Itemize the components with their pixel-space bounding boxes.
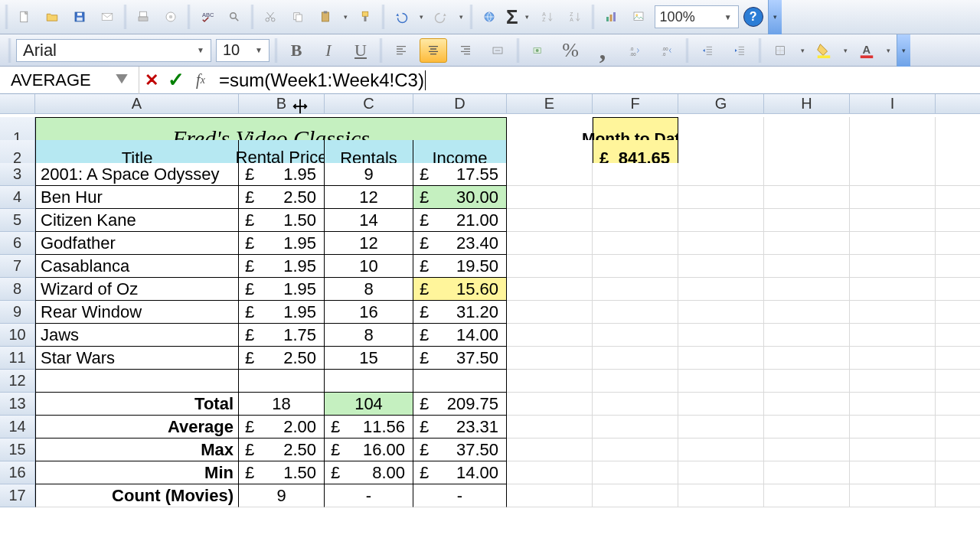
data-title[interactable]: Casablanca [35,255,239,278]
row-header-5[interactable]: 5 [0,209,35,232]
cell[interactable] [593,416,678,439]
column-header-I[interactable]: I [850,94,936,114]
toolbar-overflow-button[interactable]: ▾ [897,34,910,67]
data-title[interactable]: Star Wars [35,347,239,370]
data-income[interactable]: £21.00 [413,209,507,232]
cell[interactable] [850,324,936,347]
data-rentals[interactable]: 10 [325,255,413,278]
help-button[interactable]: ? [743,7,763,27]
cell[interactable] [678,278,764,301]
stats-max-b[interactable]: £2.50 [239,439,325,461]
column-header-E[interactable]: E [507,94,593,114]
cell[interactable] [936,232,980,255]
data-rentals[interactable]: 12 [325,232,413,255]
row-header-14[interactable]: 14 [0,416,35,439]
row-header-17[interactable]: 17 [0,484,35,507]
open-button[interactable] [41,4,64,30]
data-rentals[interactable]: 8 [325,324,413,347]
data-price[interactable]: £1.75 [239,324,325,347]
stats-min-c[interactable]: £8.00 [325,461,413,484]
cell[interactable] [936,484,980,507]
cell[interactable] [593,278,678,301]
data-title[interactable]: Ben Hur [35,186,239,209]
data-income[interactable]: £19.50 [413,255,507,278]
data-price[interactable]: £1.95 [239,301,325,324]
cell[interactable] [764,439,850,461]
hyperlink-button[interactable] [478,4,501,30]
row-header-6[interactable]: 6 [0,232,35,255]
cell[interactable] [507,484,593,507]
cell[interactable] [936,186,980,209]
cell[interactable] [764,347,850,370]
cell[interactable] [850,232,936,255]
data-title[interactable]: 2001: A Space Odyssey [35,163,239,186]
cell[interactable] [850,416,936,439]
decrease-indent-button[interactable] [694,38,721,63]
stats-total-label[interactable]: Total [35,393,239,416]
increase-indent-button[interactable] [726,38,753,63]
stats-min-label[interactable]: Min [35,461,239,484]
cell[interactable] [764,393,850,416]
bold-button[interactable]: B [283,38,310,63]
cell[interactable] [678,461,764,484]
column-header-A[interactable]: A [35,94,239,114]
cell[interactable] [936,347,980,370]
cell[interactable] [764,255,850,278]
cell[interactable] [507,393,593,416]
new-doc-button[interactable] [13,4,36,30]
currency-button[interactable] [524,38,552,63]
data-price[interactable]: £2.50 [239,186,325,209]
cell[interactable] [507,301,593,324]
cell[interactable] [764,416,850,439]
row-header-11[interactable]: 11 [0,347,35,370]
cell[interactable] [850,370,936,393]
column-header-G[interactable]: G [678,94,764,114]
cell[interactable] [678,301,764,324]
cell[interactable] [936,209,980,232]
cell[interactable] [507,370,593,393]
cell[interactable] [239,370,325,393]
row-header-12[interactable]: 12 [0,370,35,393]
cell[interactable] [507,347,593,370]
comma-style-button[interactable]: , [589,38,616,63]
autosum-dropdown[interactable]: ▾ [524,13,531,21]
data-title[interactable]: Citizen Kane [35,209,239,232]
cell[interactable] [936,393,980,416]
data-title[interactable]: Wizard of Oz [35,278,239,301]
cell[interactable] [850,461,936,484]
fx-icon[interactable]: fx [188,68,213,93]
align-left-button[interactable] [387,38,415,63]
fill-color-button[interactable] [811,38,837,63]
cell[interactable] [764,461,850,484]
undo-button[interactable] [390,4,413,30]
column-header-C[interactable]: C [325,94,413,114]
stats-avg-label[interactable]: Average [35,416,239,439]
cell[interactable] [936,255,980,278]
cell[interactable] [936,301,980,324]
cell[interactable] [764,484,850,507]
cell[interactable] [507,232,593,255]
italic-button[interactable]: I [315,38,342,63]
data-rentals[interactable]: 16 [325,301,413,324]
row-header-3[interactable]: 3 [0,163,35,186]
cell[interactable] [507,324,593,347]
stats-count-label[interactable]: Count (Movies) [35,484,239,507]
underline-button[interactable]: U [347,38,374,63]
cell[interactable] [678,484,764,507]
cell[interactable] [764,232,850,255]
decrease-decimal-button[interactable]: .00.0 [653,38,681,63]
save-button[interactable] [68,4,91,30]
redo-dropdown[interactable]: ▾ [457,13,465,21]
cell[interactable] [936,324,980,347]
column-header-D[interactable]: D [413,94,507,114]
cell[interactable] [678,232,764,255]
formula-cancel-button[interactable]: ✕ [139,68,164,93]
stats-count-d[interactable]: - [413,484,507,507]
cell[interactable] [936,163,980,186]
cell[interactable] [850,163,936,186]
cell[interactable] [593,461,678,484]
cell[interactable] [507,186,593,209]
cell[interactable] [936,439,980,461]
column-header-B[interactable]: B [239,94,325,114]
redo-button[interactable] [430,4,452,30]
